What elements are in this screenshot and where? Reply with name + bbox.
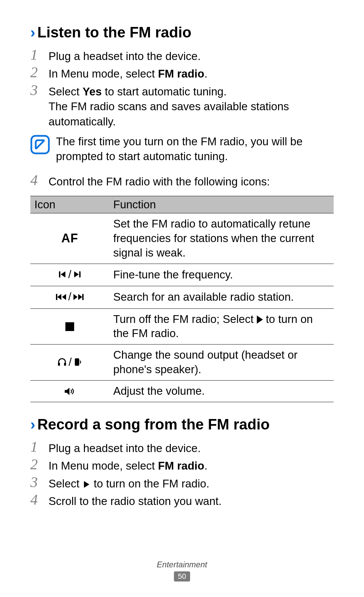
step-item: 3 Select Yes to start automatic tuning.T… [30,84,334,129]
step-text: Select Yes to start automatic tuning.The… [49,84,334,129]
step-text: In Menu mode, select FM radio. [49,458,334,474]
manual-page: ›Listen to the FM radio 1 Plug a headset… [0,0,364,597]
play-icon [257,316,263,324]
svg-marker-8 [73,294,78,300]
fn-text: Change the sound output (headset or phon… [109,345,334,381]
search-station-icon: / [30,286,109,308]
step-item: 2 In Menu mode, select FM radio. [30,66,334,82]
fn-text: Set the FM radio to automatically retune… [109,213,334,264]
note-icon [30,135,50,154]
page-footer: Entertainment 50 [0,560,364,581]
svg-rect-13 [75,358,79,366]
svg-rect-11 [58,363,60,366]
step-text: In Menu mode, select FM radio. [49,66,334,82]
phone-speaker-icon [73,357,83,367]
step-number: 4 [30,492,49,507]
svg-rect-10 [82,294,84,300]
chevron-icon: › [30,24,35,40]
slash-text: / [68,267,71,282]
step-item: 4 Control the FM radio with the followin… [30,174,334,189]
step-number: 2 [30,457,49,472]
section-title-record: ›Record a song from the FM radio [30,416,334,434]
svg-rect-12 [64,363,66,366]
sound-output-icon: / [30,345,109,381]
svg-marker-3 [74,271,79,277]
stop-icon [30,308,109,345]
headphones-icon [57,358,67,366]
svg-marker-6 [57,294,61,300]
step-number: 1 [30,440,49,454]
fn-text: Fine-tune the frequency. [109,264,334,286]
rewind-icon [55,293,67,301]
col-icon: Icon [30,196,109,213]
svg-marker-7 [62,294,66,300]
table-row: / Fine-tune the frequency. [30,264,334,286]
step-item: 1 Plug a headset into the device. [30,441,334,456]
col-function: Function [109,196,334,213]
svg-marker-14 [65,388,69,395]
step-text: Control the FM radio with the following … [49,174,334,189]
fast-forward-icon [73,293,84,301]
volume-icon [30,381,109,402]
page-number: 50 [174,571,190,581]
svg-marker-9 [78,294,82,300]
step-text: Plug a headset into the device. [49,49,334,64]
table-header-row: Icon Function [30,196,334,213]
steps-record: 1 Plug a headset into the device. 2 In M… [30,441,334,509]
step-text: Select to turn on the FM radio. [49,476,334,491]
svg-rect-1 [59,271,60,277]
af-icon: AF [30,213,109,264]
step-number: 1 [30,48,49,62]
step-number: 4 [30,173,49,188]
step-item: 4 Scroll to the radio station you want. [30,494,334,509]
section-title-listen: ›Listen to the FM radio [30,24,334,41]
next-track-icon [73,270,82,279]
table-row: Adjust the volume. [30,381,334,402]
step-item: 2 In Menu mode, select FM radio. [30,458,334,474]
note-callout: The first time you turn on the FM radio,… [30,134,334,164]
section-title-text: Listen to the FM radio [37,24,191,40]
prev-track-icon [58,270,67,279]
step-number: 2 [30,65,49,80]
fn-text: Adjust the volume. [109,381,334,402]
step-number: 3 [30,83,49,98]
icon-function-table: Icon Function AF Set the FM radio to aut… [30,196,334,402]
step-item: 3 Select to turn on the FM radio. [30,476,334,491]
table-row: AF Set the FM radio to automatically ret… [30,213,334,264]
table-row: / Change the sound output (headset or ph… [30,345,334,381]
table-row: / Search for an available radio station. [30,286,334,308]
slash-text: / [68,290,71,304]
fine-tune-icon: / [30,264,109,286]
svg-rect-5 [56,294,57,300]
footer-category: Entertainment [0,560,364,569]
svg-rect-4 [79,271,81,277]
note-text: The first time you turn on the FM radio,… [56,134,334,164]
slash-text: / [68,355,71,369]
fn-text: Search for an available radio station. [109,286,334,308]
table-row: Turn off the FM radio; Select to turn on… [30,308,334,345]
section-title-text: Record a song from the FM radio [37,416,270,432]
svg-marker-2 [61,271,65,277]
step-item: 1 Plug a headset into the device. [30,49,334,64]
step-number: 3 [30,475,49,490]
play-icon [84,481,89,488]
steps-listen: 1 Plug a headset into the device. 2 In M… [30,49,334,189]
fn-text: Turn off the FM radio; Select to turn on… [109,308,334,345]
step-text: Plug a headset into the device. [49,441,334,456]
chevron-icon: › [30,416,35,432]
step-text: Scroll to the radio station you want. [49,494,334,509]
